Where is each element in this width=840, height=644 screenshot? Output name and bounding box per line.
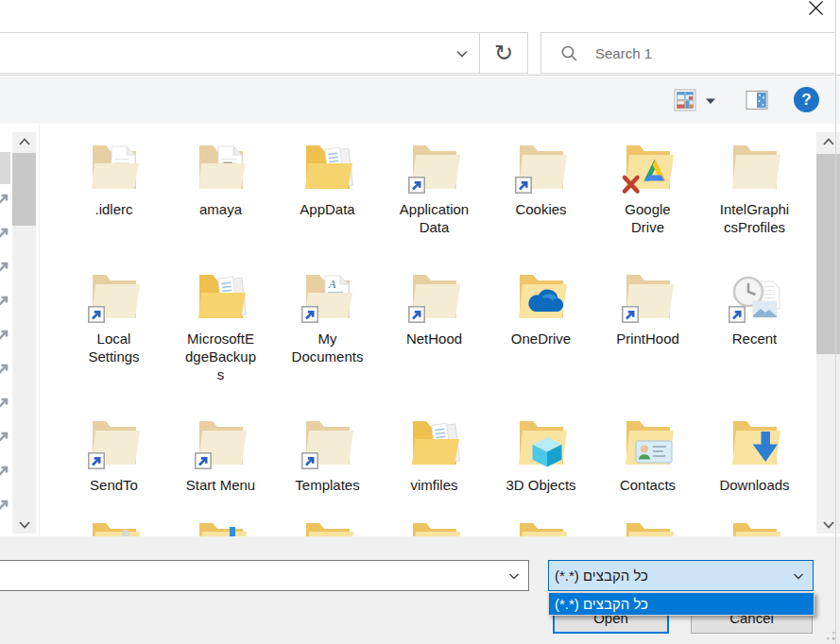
nav-scrollbar[interactable] xyxy=(12,132,36,534)
file-item[interactable]: Application Data xyxy=(381,138,488,236)
views-caret-icon[interactable] xyxy=(705,97,716,105)
search-input[interactable] xyxy=(593,44,814,62)
file-item[interactable]: AppData xyxy=(274,138,381,236)
nav-shortcut-arrow-fragment xyxy=(0,192,10,205)
partial-folder-icon[interactable] xyxy=(594,522,701,536)
nav-shortcut-arrow-fragment xyxy=(0,498,10,511)
views-thumbnails-icon[interactable] xyxy=(674,89,696,111)
file-label: amaya xyxy=(199,200,242,218)
file-label: PrintHood xyxy=(616,330,679,347)
file-item[interactable]: Contacts xyxy=(594,414,701,494)
partial-folder-icon[interactable] xyxy=(381,522,488,536)
filetype-combobox[interactable]: כל הקבצים (*.*) xyxy=(548,560,814,591)
file-item[interactable]: 3D Objects xyxy=(488,414,594,494)
partial-folder-icon[interactable] xyxy=(701,522,808,536)
filetype-option[interactable]: כל הקבצים (*.*) xyxy=(549,593,814,615)
folder-plain-icon xyxy=(404,138,465,198)
folder-plain-icon xyxy=(511,138,572,198)
partial-folder-icon[interactable] xyxy=(60,522,167,536)
file-item[interactable]: SendTo xyxy=(60,414,167,494)
dialog-footer: כל הקבצים (*.*) כל הקבצים (*.*) Open Can… xyxy=(0,536,840,644)
file-item[interactable]: Local Settings xyxy=(60,267,167,383)
file-row: SendTo Start Menu Templatesvimfiles 3D O… xyxy=(60,414,808,494)
nav-shortcut-arrow-fragment xyxy=(0,294,10,307)
file-item[interactable]: NetHood xyxy=(381,267,488,383)
open-file-dialog: ↻ xyxy=(0,0,840,644)
partial-folder-icon[interactable] xyxy=(274,522,381,536)
file-row: Local SettingsMicrosoftEdgeBackupsA My D… xyxy=(60,267,808,383)
file-item[interactable]: Start Menu xyxy=(167,414,274,494)
scroll-down-button[interactable] xyxy=(816,516,840,534)
file-label: Downloads xyxy=(719,476,789,494)
nav-shortcut-arrow-fragment xyxy=(0,328,10,341)
file-item[interactable]: vimfiles xyxy=(381,414,488,494)
folder-plain-icon xyxy=(298,414,358,474)
chevron-up-icon xyxy=(823,138,834,145)
file-item[interactable]: Recent xyxy=(701,267,808,383)
file-item[interactable]: IntelGraphicsProfiles xyxy=(701,138,808,236)
scroll-up-button[interactable] xyxy=(12,132,36,150)
scrollbar-thumb[interactable] xyxy=(816,154,840,354)
refresh-button[interactable]: ↻ xyxy=(479,32,528,74)
filename-input[interactable] xyxy=(0,560,500,591)
folder-plain-icon xyxy=(618,267,678,328)
search-box[interactable] xyxy=(540,32,836,74)
scroll-up-button[interactable] xyxy=(816,132,840,150)
nav-shortcut-arrow-fragment xyxy=(0,430,10,443)
folder-papers-icon xyxy=(191,267,251,328)
filename-dropdown-button[interactable] xyxy=(500,561,528,590)
close-button[interactable] xyxy=(801,0,830,23)
file-label: My Documents xyxy=(291,330,365,365)
file-label: Start Menu xyxy=(186,476,255,494)
file-label: Local Settings xyxy=(77,330,151,365)
help-icon: ? xyxy=(801,91,811,110)
chevron-down-icon xyxy=(791,568,806,584)
address-bar[interactable] xyxy=(0,32,480,74)
refresh-icon: ↻ xyxy=(494,42,513,64)
file-item[interactable]: amaya xyxy=(167,138,274,236)
nav-shortcut-arrow-fragment xyxy=(0,396,10,409)
nav-shortcut-arrow-fragment xyxy=(0,464,10,477)
file-label: vimfiles xyxy=(410,476,457,494)
filename-combobox[interactable] xyxy=(0,560,529,591)
file-item[interactable]: OneDrive xyxy=(488,267,594,383)
file-item[interactable]: .idlerc xyxy=(60,138,167,236)
file-item[interactable]: Cookies xyxy=(488,138,594,236)
filetype-dropdown-button[interactable] xyxy=(784,561,813,590)
file-label: Application Data xyxy=(398,200,471,236)
folder-plain-icon xyxy=(404,267,465,328)
file-item[interactable]: A My Documents xyxy=(274,267,381,383)
folder-gdrive-icon xyxy=(618,138,678,198)
filetype-options-list: כל הקבצים (*.*) xyxy=(548,592,814,616)
file-item[interactable]: PrintHood xyxy=(594,267,701,383)
file-label: Cookies xyxy=(515,200,566,218)
partial-folder-icon[interactable] xyxy=(167,522,274,536)
list-scrollbar[interactable] xyxy=(816,132,840,534)
help-button[interactable]: ? xyxy=(794,87,819,112)
folder-onedrive-icon xyxy=(511,267,572,328)
file-label: AppData xyxy=(300,200,354,218)
folder-download-icon xyxy=(725,414,785,474)
partial-file-row xyxy=(60,522,808,536)
chevron-up-icon xyxy=(19,138,30,145)
scrollbar-thumb[interactable] xyxy=(12,153,36,226)
preview-pane-icon[interactable] xyxy=(746,89,768,111)
chevron-down-icon[interactable] xyxy=(453,44,471,63)
file-label: Recent xyxy=(732,330,778,347)
folder-plain-icon xyxy=(84,414,145,474)
file-label: MicrosoftEdgeBackups xyxy=(184,330,258,383)
nav-shortcut-arrow-fragment xyxy=(0,260,10,273)
file-item[interactable]: Google Drive xyxy=(594,138,701,236)
folder-plain-icon xyxy=(191,414,251,474)
partial-folder-icon[interactable] xyxy=(488,522,594,536)
nav-shortcut-arrow-fragment xyxy=(0,226,10,239)
file-item[interactable]: Downloads xyxy=(701,414,808,494)
file-item[interactable]: Templates xyxy=(274,414,381,494)
scroll-down-button[interactable] xyxy=(12,516,36,534)
file-label: OneDrive xyxy=(511,330,571,347)
recent-icon xyxy=(725,267,785,328)
command-bar: ? xyxy=(0,76,840,124)
folder-contact-icon xyxy=(618,414,678,474)
file-item[interactable]: MicrosoftEdgeBackups xyxy=(167,267,274,383)
folder-papers-icon xyxy=(298,138,358,198)
